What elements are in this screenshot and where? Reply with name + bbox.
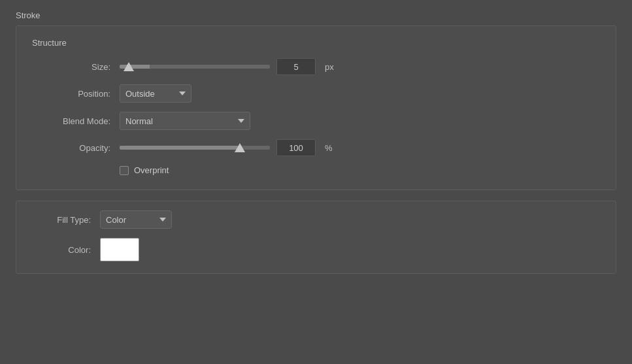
blend-mode-dropdown[interactable]: Normal xyxy=(120,112,250,130)
main-panel: Stroke Structure Size: 5 px Position: Ou… xyxy=(0,0,632,364)
fill-type-value: Color xyxy=(106,215,126,225)
opacity-slider-container: 100 % xyxy=(120,139,333,156)
opacity-input[interactable]: 100 xyxy=(276,139,316,156)
structure-title: Structure xyxy=(32,38,600,48)
position-value: Outside xyxy=(125,89,155,99)
color-label: Color: xyxy=(32,245,91,255)
color-swatch[interactable] xyxy=(100,238,139,261)
size-unit: px xyxy=(325,62,334,72)
size-slider-track[interactable] xyxy=(120,65,270,69)
size-label: Size: xyxy=(32,62,110,72)
blend-mode-row: Blend Mode: Normal xyxy=(32,112,600,130)
position-dropdown[interactable]: Outside xyxy=(120,84,191,103)
opacity-slider-track[interactable] xyxy=(120,146,270,150)
opacity-label: Opacity: xyxy=(32,143,110,153)
color-row: Color: xyxy=(32,238,600,261)
opacity-slider-thumb[interactable] xyxy=(235,143,245,152)
position-label: Position: xyxy=(32,89,110,99)
size-input[interactable]: 5 xyxy=(276,58,316,75)
opacity-row: Opacity: 100 % xyxy=(32,139,600,156)
overprint-checkbox[interactable] xyxy=(120,166,129,175)
stroke-title: Stroke xyxy=(16,10,616,20)
position-row: Position: Outside xyxy=(32,84,600,103)
chevron-down-icon xyxy=(238,119,244,123)
chevron-down-icon xyxy=(179,91,186,95)
fill-type-row: Fill Type: Color xyxy=(32,210,600,229)
opacity-unit: % xyxy=(325,143,333,153)
structure-section: Structure Size: 5 px Position: Outside B… xyxy=(16,25,616,190)
fill-type-label: Fill Type: xyxy=(32,215,91,225)
size-slider-thumb[interactable] xyxy=(124,62,134,71)
size-slider-container: 5 px xyxy=(120,58,334,75)
size-row: Size: 5 px xyxy=(32,58,600,75)
overprint-label: Overprint xyxy=(134,165,169,175)
chevron-down-icon xyxy=(159,218,166,222)
fill-type-dropdown[interactable]: Color xyxy=(100,210,172,229)
blend-mode-value: Normal xyxy=(125,116,153,126)
overprint-row: Overprint xyxy=(120,165,600,175)
blend-mode-label: Blend Mode: xyxy=(32,116,110,126)
fill-section: Fill Type: Color Color: xyxy=(16,201,616,274)
